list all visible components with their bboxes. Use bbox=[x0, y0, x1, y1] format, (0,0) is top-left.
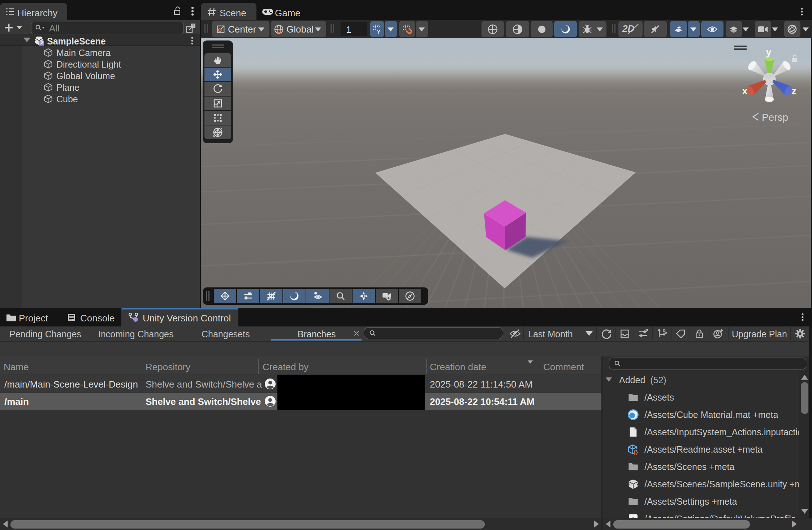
svg-text:y: y bbox=[766, 48, 772, 57]
svg-text:{}: {} bbox=[634, 449, 638, 455]
svg-text:z: z bbox=[791, 85, 796, 97]
svg-text:x: x bbox=[742, 85, 748, 97]
svg-text:Y: Y bbox=[377, 29, 380, 35]
